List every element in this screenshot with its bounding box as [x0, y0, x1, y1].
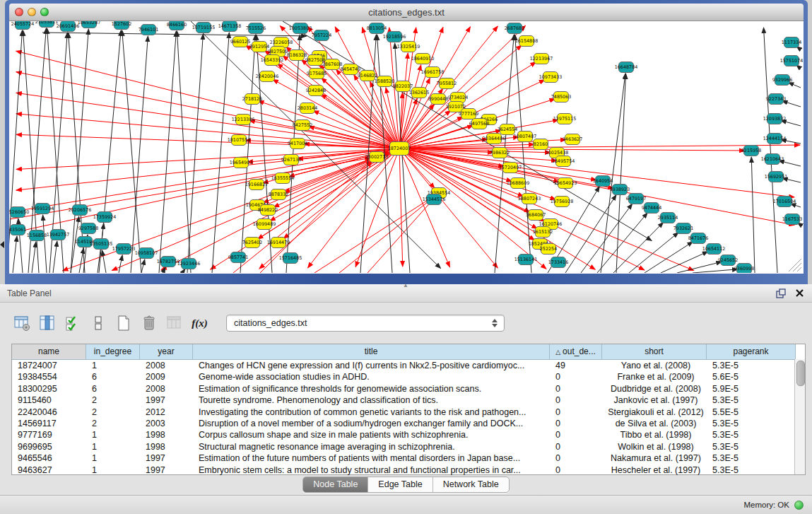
network-graph-canvas[interactable]: 2405572421053811206914061065328715276027…: [0, 0, 812, 284]
graph-node[interactable]: [360, 71, 375, 81]
graph-node[interactable]: [556, 156, 571, 167]
table-scrollbar-thumb[interactable]: [796, 361, 805, 386]
graph-node[interactable]: [721, 255, 736, 266]
graph-node[interactable]: [645, 203, 659, 214]
graph-node[interactable]: [416, 54, 430, 64]
graph-node[interactable]: [767, 114, 782, 124]
graph-node[interactable]: [487, 134, 502, 144]
graph-node[interactable]: [440, 78, 454, 89]
table-row[interactable]: 977716911998Corpus callosum shape and si…: [12, 429, 805, 440]
function-builder-button[interactable]: f(x): [191, 315, 208, 332]
graph-node[interactable]: [775, 75, 790, 86]
graph-node[interactable]: [51, 230, 66, 240]
graph-node[interactable]: [260, 71, 275, 82]
network-table-selector[interactable]: citations_edges.txt: [226, 315, 505, 332]
graph-node[interactable]: [265, 55, 280, 66]
graph-node[interactable]: [744, 146, 759, 156]
table-row[interactable]: 946362711997Embryonic stem cells: a mode…: [12, 465, 805, 476]
graph-node[interactable]: [522, 194, 537, 204]
graph-node[interactable]: [11, 225, 25, 235]
table-row[interactable]: 1872400712008Changes of HCN gene express…: [12, 360, 805, 371]
graph-node[interactable]: [234, 158, 249, 168]
graph-node[interactable]: [412, 88, 427, 98]
graph-node[interactable]: [196, 23, 211, 33]
table-row[interactable]: 1830029562008Estimation of significance …: [12, 383, 805, 395]
graph-node[interactable]: [558, 114, 572, 124]
graph-node[interactable]: [784, 56, 799, 66]
graph-node[interactable]: [401, 42, 416, 52]
graph-node[interactable]: [170, 20, 184, 30]
graph-node[interactable]: [493, 148, 507, 158]
column-header-in_degree[interactable]: in_degree: [86, 344, 140, 359]
graph-node[interactable]: [767, 134, 782, 144]
graph-node[interactable]: [511, 178, 526, 189]
graph-node[interactable]: [35, 204, 50, 214]
graph-node[interactable]: [519, 36, 534, 47]
column-header-pagerank[interactable]: pagerank: [707, 344, 796, 359]
graph-node[interactable]: [117, 244, 131, 255]
graph-node[interactable]: [769, 172, 784, 182]
graph-node[interactable]: [245, 94, 260, 105]
graph-node[interactable]: [233, 37, 248, 47]
graph-node[interactable]: [81, 223, 96, 234]
graph-node[interactable]: [249, 23, 264, 34]
graph-node[interactable]: [784, 37, 799, 48]
graph-node[interactable]: [425, 67, 440, 78]
graph-node[interactable]: [507, 23, 522, 34]
delete-column-button[interactable]: [140, 315, 158, 332]
graph-node[interactable]: [555, 197, 570, 207]
table-row[interactable]: 969969511998Structural magnetic resonanc…: [12, 441, 805, 452]
graph-node[interactable]: [431, 94, 446, 105]
table-row[interactable]: 2242004622012Investigating the contribut…: [12, 407, 805, 418]
graph-node[interactable]: [271, 189, 286, 200]
graph-node[interactable]: [377, 76, 392, 87]
graph-node[interactable]: [30, 230, 45, 241]
graph-node[interactable]: [261, 205, 276, 216]
graph-node[interactable]: [231, 252, 246, 263]
graph-node[interactable]: [613, 185, 628, 195]
graph-node[interactable]: [554, 92, 569, 103]
tab-network-table[interactable]: Network Table: [433, 477, 509, 492]
graph-node[interactable]: [40, 17, 54, 28]
table-settings-button[interactable]: [13, 315, 30, 332]
graph-node[interactable]: [661, 213, 676, 223]
graph-node[interactable]: [396, 81, 411, 92]
graph-node[interactable]: [461, 109, 476, 119]
graph-node[interactable]: [284, 155, 299, 165]
close-panel-icon[interactable]: [794, 288, 805, 299]
graph-node[interactable]: [769, 94, 784, 105]
graph-node[interactable]: [427, 194, 442, 205]
graph-node[interactable]: [503, 163, 518, 173]
graph-node[interactable]: [182, 259, 196, 269]
graph-node[interactable]: [343, 64, 358, 75]
graph-node[interactable]: [737, 264, 752, 274]
column-mode-button[interactable]: [89, 315, 107, 332]
table-row[interactable]: 1456911722003Disruption of a novel membe…: [12, 418, 805, 429]
graph-node[interactable]: [534, 54, 549, 64]
show-column-button[interactable]: [38, 315, 56, 332]
graph-node[interactable]: [534, 139, 548, 150]
graph-node[interactable]: [236, 115, 251, 125]
column-header-title[interactable]: title: [193, 344, 550, 359]
graph-node[interactable]: [310, 69, 324, 79]
graph-node[interactable]: [223, 21, 237, 32]
graph-node[interactable]: [290, 50, 305, 61]
graph-node[interactable]: [257, 219, 272, 230]
graph-node[interactable]: [82, 18, 97, 28]
column-header-year[interactable]: year: [140, 344, 193, 359]
graph-node[interactable]: [94, 239, 109, 250]
graph-node[interactable]: [325, 59, 340, 70]
graph-node[interactable]: [308, 55, 323, 66]
graph-node[interactable]: [472, 119, 487, 129]
table-row[interactable]: 1938455462009Genome-wide association stu…: [12, 371, 805, 382]
column-header-name[interactable]: name: [12, 344, 86, 359]
table-row[interactable]: 911546021997Tourette syndrome. Phenomeno…: [12, 395, 805, 406]
graph-node[interactable]: [543, 72, 558, 83]
select-attributes-button[interactable]: [64, 315, 81, 332]
delete-table-button-disabled[interactable]: [165, 315, 183, 332]
graph-node[interactable]: [558, 178, 573, 189]
graph-node[interactable]: [370, 152, 384, 163]
column-header-out_degree[interactable]: △out_de...: [550, 344, 602, 359]
graph-node[interactable]: [777, 197, 792, 207]
graph-node[interactable]: [370, 23, 384, 34]
